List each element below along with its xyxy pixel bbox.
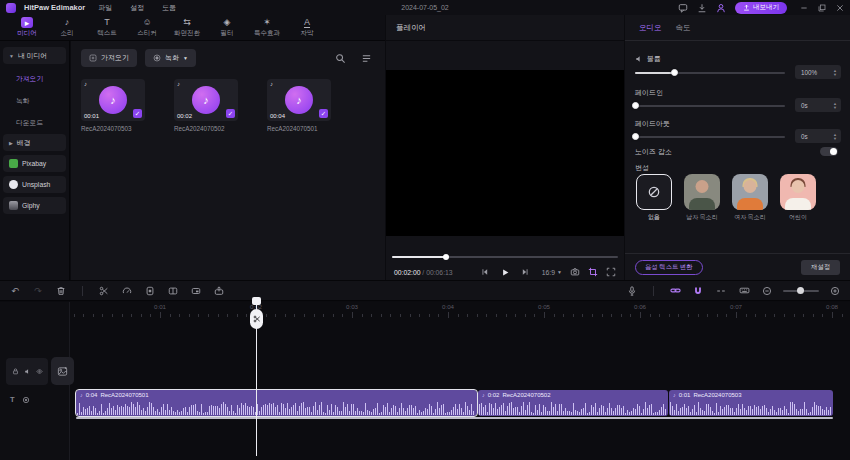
next-frame-icon[interactable] [522,268,530,276]
search-icon[interactable] [331,49,349,67]
noise-reduction-toggle[interactable] [820,147,838,156]
add-media-button[interactable] [51,357,74,385]
fullscreen-icon[interactable] [606,267,616,277]
volume-value-box[interactable]: 100% ▲▼ [795,65,841,79]
checkbox-checked-icon[interactable]: ✓ [133,109,142,118]
sidebar-item-record[interactable]: 녹화 [0,90,69,112]
undo-icon[interactable]: ↶ [8,284,22,298]
menu-settings[interactable]: 설정 [125,3,149,13]
sidebar-item-download[interactable]: 다운로드 [0,112,69,134]
download-icon[interactable] [697,3,707,13]
timeline-zoom-slider[interactable] [783,290,819,292]
voiceover-mic-icon[interactable] [625,284,639,298]
crop-icon[interactable] [588,267,598,277]
snapshot-camera-icon[interactable] [570,267,580,277]
redo-icon[interactable]: ↷ [31,284,45,298]
keyboard-shortcuts-icon[interactable] [737,284,751,298]
tab-effects[interactable]: ✶특수효과 [250,15,284,41]
tab-text[interactable]: T텍스트 [90,15,124,41]
tab-speed-settings[interactable]: 속도 [676,23,691,33]
seek-thumb[interactable] [443,254,449,260]
hide-eye-icon[interactable] [36,368,43,375]
menu-file[interactable]: 파일 [93,3,117,13]
stepper-icons[interactable]: ▲▼ [833,133,837,140]
voice-option-child[interactable]: 어린이 [779,174,817,222]
freeze-frame-icon[interactable] [166,284,180,298]
media-clip[interactable]: ♪ ♪ 00:02 ✓ RecA2024070502 [174,79,238,132]
timeline-clip[interactable]: ♪0:02RecA2024070502 [478,390,668,416]
reset-button[interactable]: 재설정 [801,260,840,275]
split-at-playhead-button[interactable] [250,309,263,329]
timeline-clip[interactable]: ♪0:01RecA2024070503 [669,390,833,416]
tab-transition[interactable]: ⇆화면전환 [170,15,204,41]
import-button[interactable]: 가져오기 [81,49,137,67]
sidebar-item-unsplash[interactable]: Unsplash [3,176,66,193]
split-scissors-icon[interactable] [97,284,111,298]
record-button[interactable]: 녹화 ▼ [145,49,196,67]
extract-frame-icon[interactable] [212,284,226,298]
fade-in-slider[interactable] [635,105,785,107]
auto-ripple-icon[interactable] [714,284,728,298]
stepper-icons[interactable]: ▲▼ [833,69,837,76]
unsplash-icon [9,180,18,189]
record-track-icon[interactable] [22,396,30,404]
tab-sticker[interactable]: ☺스티커 [130,15,164,41]
fade-in-value-box[interactable]: 0s ▲▼ [795,98,841,112]
zoom-slider-thumb[interactable] [797,287,804,294]
feedback-icon[interactable] [678,3,688,13]
sidebar-group-my-media[interactable]: ▼내 미디어 [3,47,66,64]
fade-out-slider-thumb[interactable] [632,133,639,140]
timeline-scrollbar[interactable] [76,417,833,419]
zoom-fit-icon[interactable] [828,284,842,298]
aspect-ratio-select[interactable]: 16:9▼ [542,269,562,276]
voice-option-male[interactable]: 남자 목소리 [683,174,721,222]
sort-list-icon[interactable] [357,49,375,67]
restore-icon[interactable] [818,4,826,12]
delete-icon[interactable] [54,284,68,298]
playhead[interactable] [256,297,257,456]
zoom-out-icon[interactable] [760,284,774,298]
sidebar-group-background[interactable]: ▶배경 [3,134,66,151]
stepper-icons[interactable]: ▲▼ [833,102,837,109]
play-icon[interactable] [501,268,510,277]
volume-slider[interactable] [635,72,785,74]
menu-help[interactable]: 도움 [157,3,181,13]
checkbox-checked-icon[interactable]: ✓ [319,109,328,118]
volume-slider-thumb[interactable] [671,69,678,76]
link-icon[interactable] [668,284,682,298]
tab-subtitles[interactable]: A자막 [290,15,324,41]
text-track-icon[interactable]: T [10,395,15,404]
sidebar-item-pixabay[interactable]: Pixabay [3,155,66,172]
prev-frame-icon[interactable] [481,268,489,276]
fade-out-slider[interactable] [635,136,785,138]
checkbox-checked-icon[interactable]: ✓ [226,109,235,118]
lock-icon[interactable] [12,368,19,375]
sidebar-item-import[interactable]: 가져오기 [0,68,69,90]
mute-speaker-icon[interactable] [24,368,31,375]
voice-option-none[interactable]: 없음 [635,174,673,222]
magnet-snap-icon[interactable] [691,284,705,298]
speech-to-text-button[interactable]: 음성 텍스트 변환 [635,260,703,275]
tab-media[interactable]: ▸미디어 [10,15,44,41]
fade-out-value-box[interactable]: 0s ▲▼ [795,129,841,143]
timeline-ruler[interactable]: 0:01 0:02 0:03 0:04 0:05 0:06 0:07 0:08 [0,302,850,320]
tab-audio[interactable]: ♪소리 [50,15,84,41]
seek-bar[interactable] [392,256,618,258]
sidebar-item-giphy[interactable]: Giphy [3,197,66,214]
voice-option-female[interactable]: 여자 목소리 [731,174,769,222]
account-icon[interactable] [716,3,726,13]
fade-in-slider-thumb[interactable] [632,102,639,109]
tab-filter[interactable]: ◈필터 [210,15,244,41]
marker-icon[interactable] [143,284,157,298]
tab-audio-settings[interactable]: 오디오 [639,23,662,33]
minimize-icon[interactable] [800,4,808,12]
media-panel: 가져오기 녹화 ▼ ♪ ♪ 00:01 ✓ RecA2024070503 ♪ ♪… [71,41,385,280]
pip-icon[interactable] [189,284,203,298]
close-icon[interactable] [836,4,844,12]
export-button[interactable]: 내보내기 [735,2,787,14]
timeline-clip[interactable]: ♪0:04RecA2024070501 [76,390,477,416]
speed-icon[interactable] [120,284,134,298]
media-clip[interactable]: ♪ ♪ 00:01 ✓ RecA2024070503 [81,79,145,132]
media-clip[interactable]: ♪ ♪ 00:04 ✓ RecA2024070501 [267,79,331,132]
playhead-handle[interactable] [252,297,261,305]
